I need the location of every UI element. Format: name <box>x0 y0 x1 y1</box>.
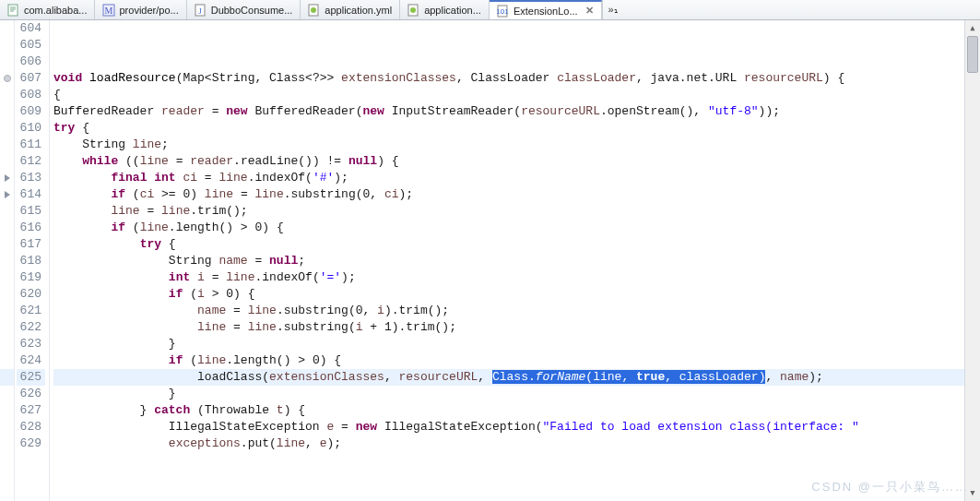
line-number: 618 <box>17 253 45 269</box>
scroll-up-arrow[interactable]: ▴ <box>965 20 980 36</box>
code-line[interactable]: try { <box>53 236 964 253</box>
java-file-icon: J <box>195 4 207 17</box>
fold-arrow-icon[interactable] <box>5 191 10 198</box>
code-viewport[interactable]: void loadResource(Map<String, Class<?>> … <box>50 20 964 501</box>
code-line[interactable]: } <box>53 386 964 402</box>
line-number: 615 <box>17 203 45 220</box>
gutter-marker <box>0 137 14 153</box>
close-icon[interactable]: ✕ <box>582 5 594 17</box>
line-number: 621 <box>17 303 45 319</box>
code-line[interactable]: exceptions.put(line, e); <box>53 435 964 452</box>
line-number: 609 <box>17 103 45 120</box>
code-line[interactable]: line = line.substring(i + 1).trim(); <box>53 319 964 336</box>
code-line[interactable]: String name = null; <box>53 253 964 269</box>
code-line[interactable]: name = line.substring(0, i).trim(); <box>53 303 964 319</box>
gutter-marker <box>0 153 14 170</box>
line-number-gutter: 6046056066076086096106116126136146156166… <box>15 20 50 501</box>
line-number: 624 <box>17 352 45 369</box>
code-line[interactable]: BufferedReader reader = new BufferedRead… <box>53 103 964 120</box>
code-line[interactable]: IllegalStateException e = new IllegalSta… <box>53 419 964 435</box>
gutter-marker <box>0 20 14 37</box>
svg-text:J: J <box>198 6 202 16</box>
svg-text:M: M <box>105 6 113 16</box>
code-line[interactable]: String line; <box>53 137 964 153</box>
gutter-marker <box>0 236 14 253</box>
gutter-marker <box>0 435 14 452</box>
gutter-marker <box>0 253 14 269</box>
line-number: 606 <box>17 54 45 70</box>
line-number: 625 <box>17 369 45 386</box>
code-line[interactable]: loadClass(extensionClasses, resourceURL,… <box>53 369 964 386</box>
gutter-marker <box>0 37 14 54</box>
svg-point-11 <box>410 7 416 13</box>
line-number: 604 <box>17 20 45 37</box>
editor-tab[interactable]: com.alibaba... <box>0 0 95 19</box>
code-line[interactable]: } catch (Throwable t) { <box>53 402 964 419</box>
code-line[interactable]: while ((line = reader.readLine()) != nul… <box>53 153 964 170</box>
tab-label: ExtensionLo... <box>514 6 578 17</box>
editor-tab[interactable]: 101ExtensionLo...✕ <box>490 0 602 19</box>
tab-label: com.alibaba... <box>24 5 87 16</box>
tab-label: DubboConsume... <box>211 5 293 16</box>
vertical-scrollbar[interactable]: ▴ ▾ <box>964 20 980 501</box>
svg-point-9 <box>311 7 316 13</box>
code-line[interactable]: if (ci >= 0) line = line.substring(0, ci… <box>53 186 964 203</box>
gutter-marker <box>0 386 14 402</box>
line-number: 612 <box>17 153 45 170</box>
gutter-marker <box>0 120 14 137</box>
code-line[interactable]: if (i > 0) { <box>53 286 964 303</box>
line-number: 629 <box>17 435 45 452</box>
svg-text:101: 101 <box>497 7 509 16</box>
gutter-marker <box>0 54 14 70</box>
code-line[interactable] <box>53 37 964 54</box>
line-number: 616 <box>17 220 45 236</box>
code-line[interactable]: final int ci = line.indexOf('#'); <box>53 170 964 186</box>
gutter-marker <box>0 170 14 186</box>
line-number: 623 <box>17 336 45 352</box>
code-line[interactable]: void loadResource(Map<String, Class<?>> … <box>53 70 964 87</box>
gutter-marker <box>0 203 14 220</box>
gutter-marker <box>0 220 14 236</box>
code-line[interactable]: line = line.trim(); <box>53 203 964 220</box>
line-number: 610 <box>17 120 45 137</box>
line-number: 607 <box>17 70 45 87</box>
gutter-marker <box>0 352 14 369</box>
code-line[interactable]: { <box>53 87 964 103</box>
line-number: 622 <box>17 319 45 336</box>
gutter-marker <box>0 303 14 319</box>
editor-tab[interactable]: application.yml <box>301 0 400 19</box>
code-line[interactable]: } <box>53 336 964 352</box>
gutter-marker <box>0 269 14 286</box>
line-number: 619 <box>17 269 45 286</box>
tab-label: application.yml <box>325 5 392 16</box>
gutter-marker <box>0 402 14 419</box>
line-number: 611 <box>17 137 45 153</box>
gutter-marker <box>0 70 14 87</box>
gutter-marker <box>0 419 14 435</box>
gutter-marker <box>0 186 14 203</box>
code-line[interactable]: if (line.length() > 0) { <box>53 220 964 236</box>
code-line[interactable] <box>53 54 964 70</box>
line-number: 617 <box>17 236 45 253</box>
code-line[interactable]: int i = line.indexOf('='); <box>53 269 964 286</box>
code-line[interactable] <box>53 20 964 37</box>
editor-tab[interactable]: application... <box>400 0 490 19</box>
line-number: 620 <box>17 286 45 303</box>
tab-label: provider/po... <box>119 5 178 16</box>
editor-area: 6046056066076086096106116126136146156166… <box>0 20 980 501</box>
code-line[interactable]: if (line.length() > 0) { <box>53 352 964 369</box>
fold-arrow-icon[interactable] <box>5 174 10 182</box>
scroll-down-arrow[interactable]: ▾ <box>965 485 980 501</box>
gutter-marker <box>0 286 14 303</box>
line-number: 627 <box>17 402 45 419</box>
code-line[interactable]: try { <box>53 120 964 137</box>
scrollbar-thumb[interactable] <box>967 36 978 73</box>
yml-file-icon <box>308 4 321 17</box>
line-number: 614 <box>17 186 45 203</box>
svg-rect-0 <box>8 5 18 16</box>
line-number: 605 <box>17 37 45 54</box>
more-tabs-button[interactable]: »₁ <box>602 0 623 19</box>
editor-tab-bar: com.alibaba...Mprovider/po...JDubboConsu… <box>0 0 980 20</box>
editor-tab[interactable]: JDubboConsume... <box>187 0 301 19</box>
editor-tab[interactable]: Mprovider/po... <box>95 0 186 19</box>
